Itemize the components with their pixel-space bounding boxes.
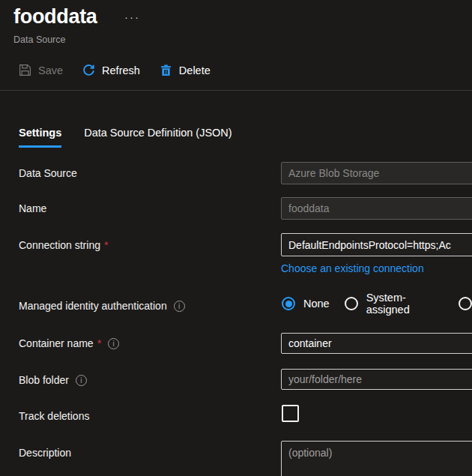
blob-folder-input[interactable] [281,369,472,390]
data-source-input [281,162,472,184]
more-menu-button[interactable]: ··· [124,10,140,23]
delete-button[interactable]: Delete [160,64,211,76]
track-deletions-label: Track deletions [19,409,89,424]
description-textarea[interactable] [281,441,472,476]
toolbar-divider [0,90,472,91]
radio-none[interactable] [282,297,295,310]
page-subtitle: Data Source [13,34,65,45]
radio-none-label[interactable]: None [303,298,330,310]
required-asterisk: * [104,238,108,253]
connection-string-label: Connection string * [19,238,108,253]
tab-settings[interactable]: Settings [19,127,61,148]
connection-string-input[interactable] [281,233,472,256]
choose-existing-connection-link[interactable]: Choose an existing connection [281,262,424,274]
tab-data-source-definition-json[interactable]: Data Source Definition (JSON) [84,127,232,148]
radio-system-assigned-label[interactable]: System-assigned [366,292,444,316]
radio-system-assigned[interactable] [345,297,358,310]
radio-user-assigned-partial[interactable] [459,297,472,310]
command-bar: Save Refresh Delete [19,64,211,76]
managed-identity-radio-group: None System-assigned [282,296,472,311]
ellipsis-icon: ··· [124,10,140,23]
refresh-button[interactable]: Refresh [82,64,140,76]
info-icon[interactable]: i [108,338,119,349]
managed-identity-label: Managed identity authentication i [19,298,185,313]
save-button: Save [19,64,63,76]
blob-folder-label: Blob folder i [19,373,87,388]
container-name-input[interactable] [281,333,472,354]
required-asterisk: * [97,336,101,351]
info-icon[interactable]: i [76,375,87,386]
floppy-disk-icon [19,64,31,76]
info-icon[interactable]: i [174,301,185,312]
description-label: Description [19,445,71,460]
save-button-label: Save [38,64,63,76]
container-name-label: Container name * i [19,336,119,351]
refresh-arrow-icon [82,64,95,76]
tab-bar: Settings Data Source Definition (JSON) [19,127,232,148]
data-source-label: Data Source [19,166,77,181]
trash-icon [160,64,172,76]
refresh-button-label: Refresh [102,64,140,76]
track-deletions-checkbox[interactable] [282,405,299,422]
name-label: Name [19,201,46,216]
delete-button-label: Delete [179,64,211,76]
name-input [281,197,472,220]
page-title: fooddata [13,5,97,28]
